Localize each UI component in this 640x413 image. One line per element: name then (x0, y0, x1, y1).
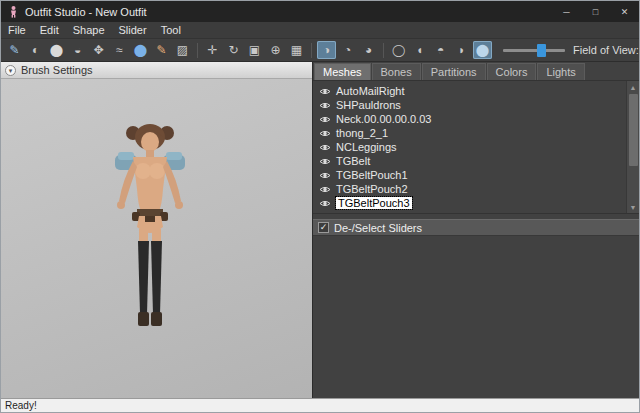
tab-lights[interactable]: Lights (537, 63, 584, 80)
eye-icon[interactable] (319, 157, 331, 166)
scroll-thumb[interactable] (629, 94, 638, 166)
mesh-item[interactable]: thong_2_1 (319, 126, 626, 140)
right-pane: MeshesBonesPartitionsColorsLights AutoMa… (313, 62, 639, 398)
color-brush-icon[interactable]: ✎ (152, 41, 171, 59)
app-icon (7, 5, 20, 18)
sliders-area (313, 236, 639, 398)
connected-only-toggle-icon[interactable]: ◔ (338, 41, 357, 59)
eye-icon[interactable] (319, 199, 331, 208)
menu-tool[interactable]: Tool (154, 22, 188, 38)
mesh-label: NCLeggings (336, 141, 397, 153)
xmirror-toggle-icon[interactable]: ◑ (317, 41, 336, 59)
mesh-item[interactable]: TGBeltPouch1 (319, 168, 626, 182)
eye-icon[interactable] (319, 101, 331, 110)
wireframe-toggle-icon[interactable]: ◯ (389, 41, 408, 59)
toolbar-separator (383, 43, 384, 58)
menu-file[interactable]: File (1, 22, 33, 38)
title-bar: Outfit Studio - New Outfit ─□✕ (1, 1, 639, 22)
mesh-item[interactable]: Neck.00.00.00.0.03 (319, 112, 626, 126)
slider-track (503, 49, 565, 52)
character-model (85, 119, 215, 339)
eye-icon[interactable] (319, 185, 331, 194)
brush-settings-label: Brush Settings (21, 64, 93, 76)
menu-slider[interactable]: Slider (112, 22, 154, 38)
mesh-label: TGBeltPouch1 (336, 169, 408, 181)
menu-edit[interactable]: Edit (33, 22, 66, 38)
main-area: ▾ Brush Settings (1, 62, 639, 398)
lighting-toggle-icon[interactable]: ◓ (431, 41, 450, 59)
transform-move-icon[interactable]: ✛ (203, 41, 222, 59)
viewport-3d[interactable] (1, 79, 312, 398)
toolbar-separator (311, 43, 312, 58)
mesh-label: Neck.00.00.00.0.03 (336, 113, 431, 125)
pivot-icon[interactable]: ⊕ (266, 41, 285, 59)
menu-bar: FileEditShapeSliderTool (1, 22, 639, 39)
eye-icon[interactable] (319, 143, 331, 152)
mesh-label: thong_2_1 (336, 127, 388, 139)
mesh-list: AutoMailRightSHPauldronsNeck.00.00.00.0.… (313, 81, 626, 213)
mesh-label: SHPauldrons (336, 99, 401, 111)
mesh-label: AutoMailRight (336, 85, 404, 97)
brush-collision-toggle-icon[interactable]: ◕ (359, 41, 378, 59)
eye-icon[interactable] (319, 129, 331, 138)
move-brush-icon[interactable]: ✥ (89, 41, 108, 59)
transform-scale-icon[interactable]: ▣ (245, 41, 264, 59)
scroll-track[interactable] (627, 93, 639, 201)
close-button[interactable]: ✕ (610, 1, 639, 22)
window-controls: ─□✕ (552, 1, 639, 22)
weight-brush-icon[interactable]: ⬤ (131, 41, 150, 59)
eye-icon[interactable] (319, 87, 331, 96)
smooth-brush-icon[interactable]: ≈ (110, 41, 129, 59)
texture-toggle-icon[interactable]: ◖ (410, 41, 429, 59)
left-pane: ▾ Brush Settings (1, 62, 313, 398)
slider-thumb[interactable] (537, 44, 546, 57)
mesh-item[interactable]: NCLeggings (319, 140, 626, 154)
mesh-label: TGBeltPouch2 (336, 183, 408, 195)
tab-partitions[interactable]: Partitions (422, 63, 486, 80)
deselect-sliders-header: ✓ De-/Select Sliders (313, 219, 639, 236)
select-tool-icon[interactable]: ✎ (5, 41, 24, 59)
minimize-button[interactable]: ─ (552, 1, 581, 22)
deselect-sliders-label: De-/Select Sliders (334, 222, 422, 234)
mesh-item[interactable]: TGBeltPouch2 (319, 182, 626, 196)
field-of-view-slider[interactable] (503, 42, 565, 58)
perspective-toggle-icon[interactable]: ⬤ (473, 41, 492, 59)
collapse-chevron-icon[interactable]: ▾ (5, 65, 16, 76)
window-title: Outfit Studio - New Outfit (25, 6, 147, 18)
mesh-item[interactable]: TGBeltPouch3 (319, 196, 626, 210)
panel-tabs: MeshesBonesPartitionsColorsLights (313, 62, 639, 81)
toolbar-separator (197, 43, 198, 58)
scroll-up-icon[interactable]: ▲ (627, 81, 639, 93)
mesh-item[interactable]: AutoMailRight (319, 84, 626, 98)
status-bar: Ready! (1, 398, 639, 412)
tab-meshes[interactable]: Meshes (314, 63, 371, 80)
mesh-item[interactable]: TGBelt (319, 154, 626, 168)
menu-shape[interactable]: Shape (66, 22, 112, 38)
eye-icon[interactable] (319, 171, 331, 180)
eye-icon[interactable] (319, 115, 331, 124)
inflate-brush-icon[interactable]: ⬤ (47, 41, 66, 59)
vertex-edit-icon[interactable]: ▦ (287, 41, 306, 59)
mesh-name-edit[interactable]: TGBeltPouch3 (336, 197, 412, 209)
field-of-view-label: Field of View: 65 (573, 44, 640, 56)
deflate-brush-icon[interactable]: ◒ (68, 41, 87, 59)
mesh-list-scrollbar[interactable]: ▲ ▼ (626, 81, 639, 213)
mesh-list-panel: AutoMailRightSHPauldronsNeck.00.00.00.0.… (313, 81, 639, 214)
deselect-sliders-checkbox[interactable]: ✓ (318, 222, 329, 233)
mask-brush-icon[interactable]: ◐ (26, 41, 45, 59)
toolbar-buttons: ✎◐⬤◒✥≈⬤✎▨✛↻▣⊕▦◑◔◕◯◖◓◗⬤ (4, 41, 493, 59)
transform-rotate-icon[interactable]: ↻ (224, 41, 243, 59)
mesh-label: TGBelt (336, 155, 370, 167)
mesh-item[interactable]: SHPauldrons (319, 98, 626, 112)
tab-bones[interactable]: Bones (372, 63, 421, 80)
alpha-brush-icon[interactable]: ▨ (173, 41, 192, 59)
brush-settings-header[interactable]: ▾ Brush Settings (1, 62, 312, 79)
scroll-down-icon[interactable]: ▼ (627, 201, 639, 213)
maximize-button[interactable]: □ (581, 1, 610, 22)
toolbar: ✎◐⬤◒✥≈⬤✎▨✛↻▣⊕▦◑◔◕◯◖◓◗⬤ Field of View: 65 (1, 39, 639, 62)
tab-colors[interactable]: Colors (487, 63, 537, 80)
outfit-studio-window: Outfit Studio - New Outfit ─□✕ FileEditS… (0, 0, 640, 413)
status-text: Ready! (5, 400, 37, 411)
mask-visibility-toggle-icon[interactable]: ◗ (452, 41, 471, 59)
